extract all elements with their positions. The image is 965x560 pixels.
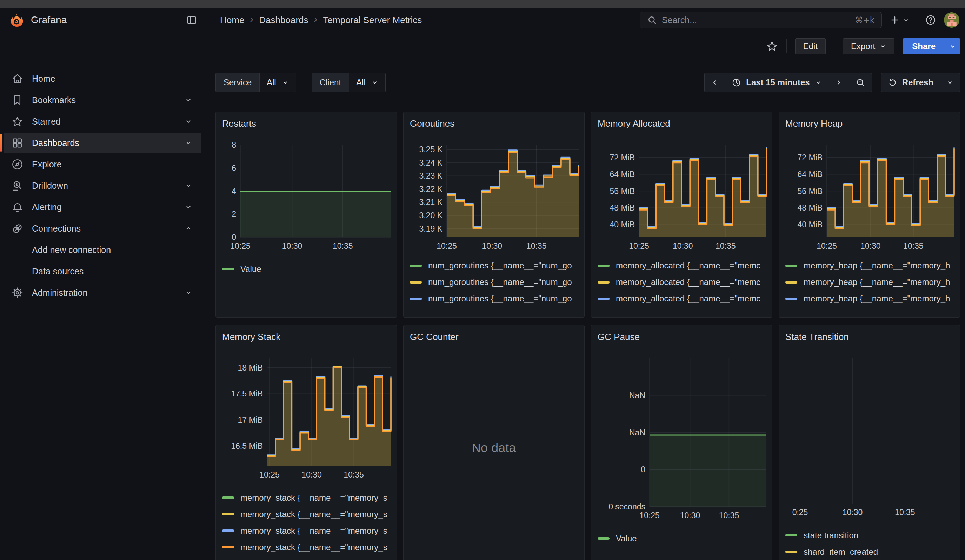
sidebar-item-explore[interactable]: Explore	[3, 154, 201, 175]
legend-series-color	[222, 546, 234, 549]
chevron-down-icon[interactable]	[185, 96, 192, 104]
time-shift-back-button[interactable]	[705, 73, 725, 92]
service-value-dropdown[interactable]: All	[259, 73, 296, 92]
legend-item[interactable]: num_goroutines {__name__="num_go	[410, 276, 578, 288]
bell-icon	[11, 201, 23, 213]
legend-item[interactable]: memory_allocated {__name__="memc	[598, 260, 766, 272]
header-right: Search... ⌘+k	[640, 12, 965, 28]
nav-sidebar: HomeBookmarksStarredDashboardsExploreDri…	[0, 60, 205, 560]
sidebar-item-connections[interactable]: Connections	[3, 218, 201, 238]
x-axis-labels: 10:2510:3010:35	[410, 237, 578, 250]
user-avatar[interactable]	[944, 12, 959, 28]
refresh-button[interactable]: Refresh	[882, 73, 940, 92]
panel-title[interactable]: State Transition	[785, 331, 954, 343]
svg-text:3.24 K: 3.24 K	[419, 158, 443, 167]
clock-icon	[732, 78, 741, 87]
legend-item[interactable]: memory_stack {__name__="memory_s	[222, 492, 390, 503]
dock-menu-icon[interactable]	[186, 15, 197, 26]
time-shift-forward-button[interactable]	[828, 73, 849, 92]
chart-area: 3.25 K3.24 K3.23 K3.22 K3.21 K3.20 K3.19…	[410, 145, 578, 237]
star-dashboard-button[interactable]	[766, 40, 778, 52]
legend-item[interactable]: Value	[222, 263, 390, 275]
legend-series-color	[785, 281, 797, 284]
chevron-down-icon	[949, 43, 956, 50]
grafana-app: Grafana Home › Dashboards › Temporal Ser…	[0, 0, 965, 560]
legend-item[interactable]: memory_allocated {__name__="memc	[598, 293, 766, 305]
sidebar-item-dashboards[interactable]: Dashboards	[3, 132, 201, 153]
edit-button[interactable]: Edit	[795, 38, 826, 54]
legend-item[interactable]: memory_heap {__name__="memory_h	[785, 260, 954, 272]
sidebar-item-bookmarks[interactable]: Bookmarks	[3, 90, 201, 110]
panel-title[interactable]: Memory Heap	[785, 118, 954, 129]
sidebar-item-starred[interactable]: Starred	[3, 111, 201, 132]
legend-item[interactable]: memory_stack {__name__="memory_s	[222, 525, 390, 537]
share-menu-button[interactable]	[945, 38, 960, 54]
legend-item[interactable]: shard_item_created	[785, 546, 954, 558]
panel-memory-allocated: Memory Allocated72 MiB64 MiB56 MiB48 MiB…	[591, 112, 772, 318]
chevron-down-icon[interactable]	[185, 203, 192, 211]
panel-state-transition: State Transition0:2510:3010:35state tran…	[779, 325, 960, 560]
refresh-interval-button[interactable]	[940, 73, 960, 92]
sidebar-item-alerting[interactable]: Alerting	[3, 197, 201, 217]
chevron-down-icon[interactable]	[185, 289, 192, 297]
panel-title[interactable]: Goroutines	[410, 118, 578, 129]
legend-item[interactable]: memory_allocated {__name__="memc	[598, 276, 766, 288]
panel-title[interactable]: Memory Stack	[222, 331, 390, 343]
bookmark-icon	[11, 94, 23, 106]
sidebar-item-home[interactable]: Home	[3, 69, 201, 89]
legend-series-color	[785, 550, 797, 553]
breadcrumb-home[interactable]: Home	[220, 15, 244, 26]
home-icon	[11, 73, 23, 85]
panel-legend: Value	[598, 533, 766, 549]
chevron-down-icon[interactable]	[185, 118, 192, 125]
legend-series-label: memory_heap {__name__="memory_h	[803, 294, 950, 304]
sidebar-item-data-sources[interactable]: Data sources	[3, 261, 201, 281]
dashboard-content: Service All Client All	[205, 60, 965, 560]
legend-item[interactable]: memory_stack {__name__="memory_s	[222, 508, 390, 520]
legend-item[interactable]: num_goroutines {__name__="num_go	[410, 260, 578, 272]
svg-text:3.25 K: 3.25 K	[419, 145, 443, 154]
share-button[interactable]: Share	[903, 38, 945, 54]
legend-item[interactable]: state transition	[785, 529, 954, 541]
sidebar-item-drilldown[interactable]: Drilldown	[3, 175, 201, 196]
legend-item[interactable]: memory_heap {__name__="memory_h	[785, 309, 954, 312]
svg-text:56 MiB: 56 MiB	[797, 187, 823, 196]
search-icon	[647, 15, 657, 25]
panel-title[interactable]: Memory Allocated	[598, 118, 766, 129]
legend-item[interactable]: num_goroutines {__name__="num_go	[410, 309, 578, 312]
chevron-down-icon[interactable]	[185, 139, 192, 147]
legend-series-label: memory_stack {__name__="memory_s	[240, 526, 388, 536]
client-value-dropdown[interactable]: All	[349, 73, 385, 92]
panel-title[interactable]: Restarts	[222, 118, 390, 129]
breadcrumb-dashboards[interactable]: Dashboards	[259, 15, 308, 26]
legend-series-label: memory_heap {__name__="memory_h	[803, 277, 950, 287]
chevron-down-icon	[946, 79, 954, 86]
time-range-picker[interactable]: Last 15 minutes	[725, 73, 828, 92]
legend-item[interactable]: memory_heap {__name__="memory_h	[785, 276, 954, 288]
export-button[interactable]: Export	[843, 38, 895, 54]
x-axis-labels: 0:2510:3010:35	[785, 503, 954, 519]
legend-item[interactable]: num_goroutines {__name__="num_go	[410, 293, 578, 305]
legend-item[interactable]: memory_heap {__name__="memory_h	[785, 293, 954, 305]
legend-series-color	[410, 297, 422, 300]
add-button[interactable]	[890, 15, 909, 25]
help-button[interactable]	[925, 15, 936, 26]
legend-item[interactable]: memory_stack {__name__="memory_s	[222, 541, 390, 553]
sidebar-item-add-new-connection[interactable]: Add new connection	[3, 240, 201, 260]
x-axis-labels: 10:2510:3010:35	[598, 507, 766, 522]
chevron-up-icon[interactable]	[185, 225, 192, 232]
panel-title[interactable]: GC Counter	[410, 331, 578, 343]
sidebar-item-administration[interactable]: Administration	[3, 282, 201, 303]
search-placeholder: Search...	[662, 15, 850, 25]
legend-series-label: shard_item_created	[803, 547, 878, 557]
chevron-down-icon[interactable]	[185, 182, 192, 189]
panel-title[interactable]: GC Pause	[598, 331, 766, 343]
legend-item[interactable]: memory_allocated {__name__="memc	[598, 309, 766, 312]
legend-item[interactable]: Value	[598, 533, 766, 544]
x-axis-labels: 10:2510:3010:35	[598, 237, 766, 250]
zoom-out-button[interactable]	[849, 73, 872, 92]
gear-icon	[11, 287, 23, 299]
refresh-group: Refresh	[881, 73, 960, 92]
search-input[interactable]: Search... ⌘+k	[640, 12, 882, 28]
grafana-logo[interactable]	[10, 13, 23, 27]
